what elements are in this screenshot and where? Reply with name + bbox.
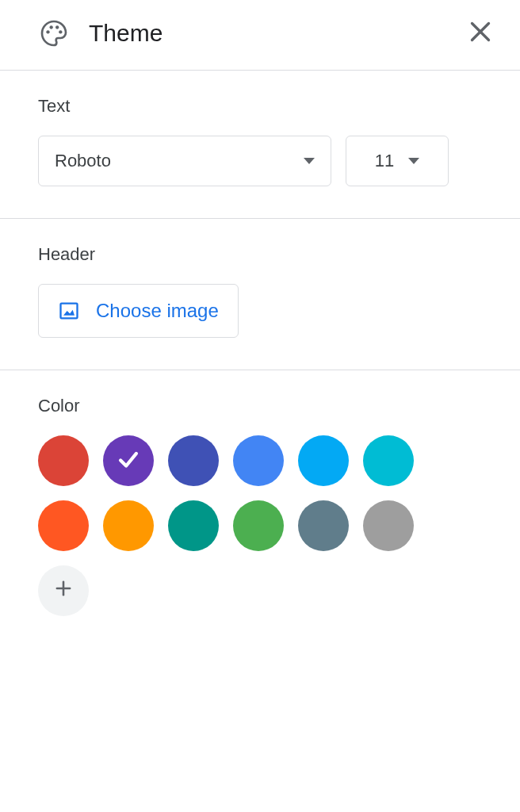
text-controls: Roboto 11 (38, 136, 482, 186)
close-icon (466, 17, 495, 49)
check-icon (115, 446, 142, 476)
svg-point-2 (55, 25, 59, 29)
color-section-label: Color (38, 396, 482, 416)
color-swatch[interactable] (38, 435, 89, 486)
panel-title: Theme (89, 20, 463, 47)
color-swatch[interactable] (103, 500, 154, 551)
font-dropdown[interactable]: Roboto (38, 136, 331, 186)
chevron-down-icon (304, 158, 315, 164)
close-button[interactable] (463, 16, 498, 51)
svg-rect-6 (61, 304, 78, 319)
color-swatch[interactable] (168, 435, 219, 486)
choose-image-button[interactable]: Choose image (38, 284, 239, 338)
color-swatch[interactable] (168, 500, 219, 551)
svg-point-1 (50, 25, 53, 29)
color-swatch[interactable] (233, 500, 284, 551)
add-color-button[interactable] (38, 565, 89, 616)
header-section: Header Choose image (0, 219, 520, 370)
color-swatch[interactable] (363, 500, 414, 551)
svg-point-3 (59, 30, 62, 33)
color-swatch[interactable] (38, 500, 89, 551)
color-swatch[interactable] (103, 435, 154, 486)
font-dropdown-value: Roboto (55, 151, 111, 171)
svg-point-0 (46, 30, 49, 33)
text-section: Text Roboto 11 (0, 71, 520, 219)
color-section: Color (0, 370, 520, 648)
color-grid (38, 435, 450, 616)
panel-header: Theme (0, 0, 520, 71)
font-size-dropdown[interactable]: 11 (346, 136, 449, 186)
image-icon (58, 300, 80, 322)
plus-icon (52, 576, 75, 606)
color-swatch[interactable] (298, 500, 349, 551)
color-swatch[interactable] (363, 435, 414, 486)
font-size-value: 11 (375, 151, 394, 171)
text-section-label: Text (38, 96, 482, 117)
header-section-label: Header (38, 244, 482, 265)
color-swatch[interactable] (298, 435, 349, 486)
choose-image-label: Choose image (96, 300, 219, 322)
chevron-down-icon (408, 158, 419, 164)
color-swatch[interactable] (233, 435, 284, 486)
palette-icon (38, 17, 70, 49)
